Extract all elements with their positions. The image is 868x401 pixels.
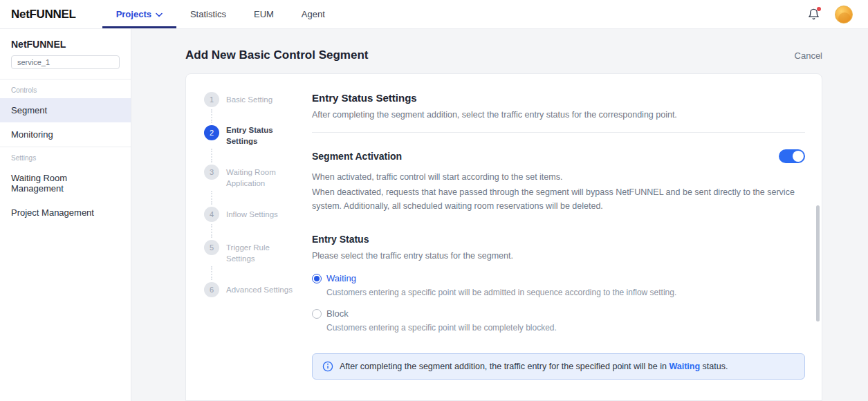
info-banner: After completing the segment addition, t… <box>312 353 805 380</box>
radio-block-desc: Customers entering a specific point will… <box>326 323 805 333</box>
step-number: 5 <box>204 240 219 255</box>
radio-waiting[interactable]: Waiting <box>312 273 805 283</box>
section-subtitle: After completing the segment addition, s… <box>312 110 805 120</box>
step-label: Trigger Rule Settings <box>226 240 298 264</box>
nav-item-agent-label: Agent <box>302 9 325 19</box>
main-area: Add New Basic Control Segment Cancel 1 B… <box>131 29 868 401</box>
step-trigger-rule-settings[interactable]: 5 Trigger Rule Settings <box>204 240 298 264</box>
entry-status-subtitle: Please select the traffic entry status f… <box>312 251 805 261</box>
activation-desc-line2: When deactivated, requests that have pas… <box>312 185 805 213</box>
info-text-highlight: Waiting <box>669 362 700 371</box>
avatar[interactable] <box>835 6 853 24</box>
step-inflow-settings[interactable]: 4 Inflow Settings <box>204 207 298 222</box>
info-circle-icon <box>322 361 333 372</box>
sidebar-item-monitoring[interactable]: Monitoring <box>0 122 131 147</box>
navbar-right <box>807 0 857 28</box>
entry-status-options: Waiting Customers entering a specific po… <box>312 273 805 333</box>
netfunnel-logo: NetFUNNEL <box>11 0 76 28</box>
step-content: Entry Status Settings After completing t… <box>304 74 822 400</box>
step-advanced-settings[interactable]: 6 Advanced Settings <box>204 282 298 297</box>
section-title: Entry Status Settings <box>312 92 805 104</box>
sidebar-section-controls: Controls <box>0 80 131 98</box>
step-connector <box>211 224 298 238</box>
info-text-pre: After completing the segment addition, t… <box>340 362 669 371</box>
notification-dot <box>817 7 821 11</box>
segment-activation-header: Segment Activation <box>312 149 805 163</box>
project-select[interactable]: service_1 <box>11 55 120 69</box>
step-connector <box>211 149 298 162</box>
segment-wizard-card: 1 Basic Setting 2 Entry Status Settings … <box>185 73 822 401</box>
step-number: 6 <box>204 282 219 297</box>
step-label: Advanced Settings <box>226 282 293 297</box>
nav-item-projects-label: Projects <box>116 9 151 19</box>
step-label: Entry Status Settings <box>226 125 298 147</box>
step-basic-setting[interactable]: 1 Basic Setting <box>204 92 298 107</box>
main-nav: Projects Statistics EUM Agent <box>102 0 339 28</box>
step-label: Inflow Settings <box>226 207 278 222</box>
step-label: Basic Setting <box>226 92 273 107</box>
sidebar-title: NetFUNNEL <box>0 39 131 55</box>
sidebar-section-settings: Settings <box>0 147 131 166</box>
toggle-knob <box>793 151 804 162</box>
vertical-scrollbar[interactable] <box>816 205 820 321</box>
activation-desc-line1: When activated, traffic control will sta… <box>312 170 805 184</box>
info-text-post: status. <box>700 362 728 371</box>
sidebar: NetFUNNEL service_1 Controls Segment Mon… <box>0 29 131 401</box>
step-entry-status-settings[interactable]: 2 Entry Status Settings <box>204 125 298 147</box>
step-connector <box>211 266 298 280</box>
segment-activation-title: Segment Activation <box>312 151 402 162</box>
radio-block[interactable]: Block <box>312 308 805 319</box>
step-connector <box>211 109 298 123</box>
step-number: 2 <box>204 125 219 140</box>
nav-item-statistics[interactable]: Statistics <box>176 0 240 28</box>
sidebar-item-project-management[interactable]: Project Management <box>0 200 131 225</box>
chevron-down-icon <box>156 9 163 19</box>
segment-activation-toggle[interactable] <box>779 149 805 163</box>
nav-item-statistics-label: Statistics <box>190 9 226 19</box>
wizard-stepper: 1 Basic Setting 2 Entry Status Settings … <box>186 74 304 400</box>
radio-waiting-desc: Customers entering a specific point will… <box>326 288 805 297</box>
sidebar-item-waiting-room-management[interactable]: Waiting Room Management <box>0 166 131 200</box>
bell-icon[interactable] <box>807 8 821 21</box>
top-navbar: NetFUNNEL Projects Statistics EUM Agent <box>0 0 868 29</box>
entry-status-title: Entry Status <box>312 234 805 245</box>
step-label: Waiting Room Application <box>226 165 298 189</box>
step-number: 3 <box>204 165 219 180</box>
nav-item-projects[interactable]: Projects <box>102 0 176 28</box>
page-title: Add New Basic Control Segment <box>185 48 368 62</box>
section-divider <box>312 132 805 133</box>
cancel-button[interactable]: Cancel <box>795 50 822 61</box>
nav-item-eum-label: EUM <box>254 9 274 19</box>
step-connector <box>211 191 298 205</box>
sidebar-item-segment[interactable]: Segment <box>0 98 131 122</box>
active-nav-underline <box>102 26 176 28</box>
nav-item-agent[interactable]: Agent <box>288 0 339 28</box>
radio-block-control <box>312 309 322 319</box>
radio-block-label: Block <box>326 308 349 319</box>
step-waiting-room-application[interactable]: 3 Waiting Room Application <box>204 165 298 189</box>
radio-waiting-control <box>312 274 322 283</box>
step-number: 1 <box>204 92 219 107</box>
page-header: Add New Basic Control Segment Cancel <box>185 48 822 62</box>
nav-item-eum[interactable]: EUM <box>240 0 288 28</box>
radio-waiting-label: Waiting <box>326 273 356 283</box>
info-banner-text: After completing the segment addition, t… <box>340 362 728 371</box>
step-number: 4 <box>204 207 219 222</box>
